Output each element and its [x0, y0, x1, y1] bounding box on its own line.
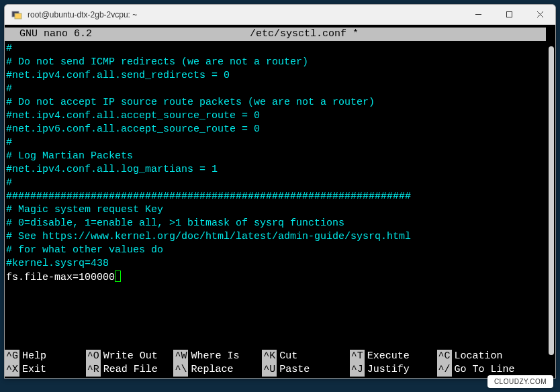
editor-line: fs.file-max=100000: [6, 271, 546, 285]
shortcut-item: ^GHelp: [5, 350, 86, 363]
shortcut-label: Exit: [19, 363, 46, 377]
shortcut-key: ^K: [262, 350, 277, 363]
editor-line: # for what other values do: [6, 244, 546, 257]
shortcut-item: ^OWrite Out: [86, 350, 174, 363]
editor-line: ########################################…: [6, 190, 546, 203]
editor-line: # See https://www.kernel.org/doc/html/la…: [6, 230, 546, 244]
nano-shortcuts: ^GHelp^OWrite Out^WWhere Is^KCut^TExecut…: [5, 350, 536, 377]
editor-line: #net.ipv4.conf.all.accept_source_route =…: [6, 109, 546, 123]
shortcut-item: ^UPaste: [262, 363, 350, 377]
editor-content[interactable]: ## Do not send ICMP redirects (we are no…: [5, 41, 546, 285]
shortcut-key: ^\: [173, 363, 188, 377]
shortcut-item: ^/Go To Line: [437, 363, 537, 377]
window-controls: [463, 5, 555, 24]
shortcut-item: ^CLocation: [437, 350, 537, 363]
editor-line: #kernel.sysrq=438: [6, 257, 546, 271]
shortcut-key: ^R: [86, 363, 101, 377]
nano-header: GNU nano 6.2 /etc/sysctl.conf *: [5, 28, 546, 41]
editor-line: #net.ipv4.conf.all.send_redirects = 0: [6, 69, 546, 83]
shortcut-label: Go To Line: [452, 363, 515, 377]
shortcut-label: Execute: [365, 350, 410, 363]
shortcut-key: ^J: [350, 363, 365, 377]
shortcut-key: ^C: [437, 350, 452, 363]
shortcut-item: ^XExit: [5, 363, 86, 377]
shortcut-key: ^O: [86, 350, 101, 363]
nano-file-label: /etc/sysctl.conf *: [92, 28, 516, 41]
editor-line: #net.ipv4.conf.all.log_martians = 1: [6, 163, 546, 177]
editor-line: #: [6, 136, 546, 150]
shortcut-item: ^RRead File: [86, 363, 174, 377]
shortcut-key: ^W: [173, 350, 188, 363]
putty-window: root@ubuntu-dtx-2gb-2vcpu: ~ GNU nano 6.…: [4, 4, 556, 379]
svg-rect-1: [15, 13, 21, 19]
shortcut-label: Where Is: [188, 350, 239, 363]
maximize-button[interactable]: [494, 5, 524, 24]
shortcut-key: ^X: [5, 363, 19, 377]
shortcut-item: ^KCut: [262, 350, 350, 363]
editor-line: #net.ipv6.conf.all.accept_source_route =…: [6, 123, 546, 136]
editor-line: #: [6, 83, 546, 96]
editor-line: # Log Martian Packets: [6, 150, 546, 163]
editor-line: # Do not accept IP source route packets …: [6, 96, 546, 109]
close-button[interactable]: [524, 5, 555, 24]
terminal[interactable]: GNU nano 6.2 /etc/sysctl.conf * ## Do no…: [5, 25, 555, 378]
shortcut-label: Justify: [365, 363, 410, 377]
shortcut-label: Write Out: [101, 350, 158, 363]
shortcut-label: Replace: [188, 363, 233, 377]
shortcut-item: ^WWhere Is: [173, 350, 262, 363]
shortcut-label: Read File: [101, 363, 158, 377]
shortcut-label: Cut: [277, 350, 297, 363]
editor-line: #: [6, 177, 546, 190]
shortcut-key: ^T: [350, 350, 365, 363]
editor-line: # Magic system request Key: [6, 203, 546, 217]
svg-rect-3: [506, 12, 512, 17]
shortcut-item: ^\Replace: [173, 363, 262, 377]
minimize-button[interactable]: [463, 5, 494, 24]
shortcut-item: ^JJustify: [350, 363, 437, 377]
titlebar[interactable]: root@ubuntu-dtx-2gb-2vcpu: ~: [5, 5, 555, 25]
editor-line: # 0=disable, 1=enable all, >1 bitmask of…: [6, 217, 546, 230]
shortcut-key: ^G: [5, 350, 19, 363]
shortcut-label: Paste: [277, 363, 310, 377]
cursor: [115, 271, 121, 282]
scroll-thumb[interactable]: [549, 46, 554, 355]
shortcut-key: ^U: [262, 363, 277, 377]
shortcut-label: Location: [452, 350, 503, 363]
editor-line: # Do not send ICMP redirects (we are not…: [6, 56, 546, 69]
shortcut-label: Help: [19, 350, 46, 363]
scrollbar[interactable]: [547, 28, 554, 375]
shortcut-item: ^TExecute: [350, 350, 437, 363]
watermark: CLOUDZY.COM: [487, 375, 553, 388]
editor-line: #: [6, 42, 546, 56]
shortcut-key: ^/: [437, 363, 452, 377]
putty-icon: [11, 9, 22, 20]
nano-app-label: GNU nano 6.2: [7, 28, 92, 41]
window-title: root@ubuntu-dtx-2gb-2vcpu: ~: [28, 10, 463, 19]
